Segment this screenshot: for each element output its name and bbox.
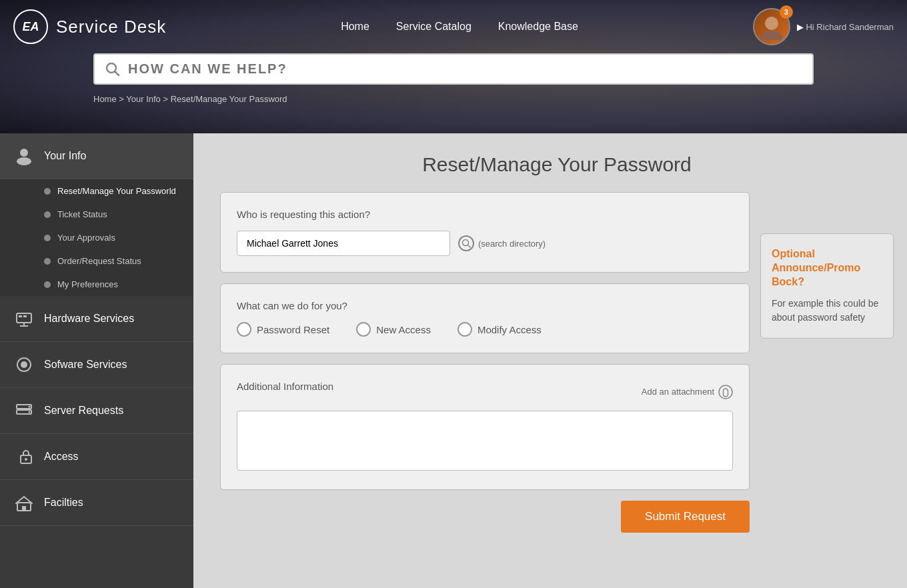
requester-section-title: Who is requesting this action? (237, 209, 733, 220)
additional-info-card: Additional Information Add an attachment (220, 364, 750, 490)
sidebar-item-access-label: Access (44, 451, 79, 463)
notification-badge: 3 (780, 5, 793, 19)
page-title: Reset/Manage Your Password (220, 153, 894, 176)
sub-bullet (44, 211, 51, 218)
sidebar-item-your-info-label: Your Info (44, 150, 86, 162)
software-icon (13, 354, 35, 375)
sidebar: Your Info Reset/Manage Your Passworld Ti… (0, 133, 193, 588)
page-body: Your Info Reset/Manage Your Passworld Ti… (0, 133, 907, 588)
content-area: Who is requesting this action? (search d… (220, 192, 894, 533)
sidebar-sub-item-my-preferences[interactable]: My Preferences (0, 273, 193, 296)
nav-knowledge-base[interactable]: Knowledge Base (498, 21, 578, 33)
svg-point-12 (21, 361, 27, 368)
svg-point-1 (761, 31, 782, 40)
access-icon (13, 446, 35, 467)
sidebar-sub-item-order-request-status[interactable]: Order/Request Status (0, 249, 193, 273)
radio-label-password-reset: Password Reset (257, 324, 329, 335)
svg-line-3 (115, 71, 119, 75)
promo-panel: Optional Announce/Promo Bock? For exampl… (760, 233, 894, 339)
sidebar-item-hardware-services[interactable]: Hardware Services (0, 296, 193, 342)
requester-row: (search directory) (237, 231, 733, 256)
additional-info-title: Additional Information (237, 381, 333, 392)
svg-point-15 (29, 406, 31, 408)
header: EA Service Desk Home Service Catalog Kno… (0, 0, 907, 133)
sub-bullet (44, 235, 51, 241)
svg-line-22 (468, 245, 471, 248)
sidebar-item-server-requests-label: Server Requests (44, 405, 123, 417)
additional-info-header: Additional Information Add an attachment (237, 381, 733, 403)
sidebar-item-your-info[interactable]: Your Info (0, 133, 193, 179)
search-directory-icon (458, 235, 474, 251)
sidebar-item-server-requests[interactable]: Server Requests (0, 388, 193, 434)
radio-circle-modify-access (458, 322, 472, 337)
search-directory-button[interactable]: (search directory) (458, 235, 546, 251)
hardware-icon (13, 308, 35, 329)
user-area[interactable]: 3 ▶ Hi Richard Sanderman (753, 8, 894, 45)
svg-point-0 (765, 17, 778, 30)
svg-rect-6 (17, 313, 31, 323)
facilities-icon (13, 492, 35, 513)
server-icon (13, 400, 35, 421)
user-greeting: ▶ Hi Richard Sanderman (797, 22, 894, 32)
radio-label-modify-access: Modify Access (478, 324, 542, 335)
forms-area: Who is requesting this action? (search d… (220, 192, 750, 533)
svg-rect-8 (23, 315, 27, 317)
nav-service-catalog[interactable]: Service Catalog (396, 21, 472, 33)
search-icon (105, 62, 120, 77)
sidebar-sub-item-reset-password[interactable]: Reset/Manage Your Passworld (0, 179, 193, 203)
requester-input[interactable] (237, 231, 450, 256)
svg-point-4 (20, 149, 28, 157)
breadcrumb-home[interactable]: Home (93, 94, 117, 104)
promo-title: Optional Announce/Promo Bock? (772, 247, 882, 289)
search-input[interactable] (128, 61, 802, 77)
person-icon (13, 145, 35, 167)
ea-logo: EA (13, 9, 48, 44)
breadcrumb-your-info[interactable]: Your Info (126, 94, 161, 104)
additional-info-textarea[interactable] (237, 411, 733, 471)
action-section-title: What can we do for you? (237, 300, 733, 311)
action-card: What can we do for you? Password Reset N… (220, 283, 750, 353)
sub-bullet (44, 258, 51, 265)
sidebar-item-software-services-label: Sofware Services (44, 359, 127, 371)
submit-button[interactable]: Submit Request (621, 501, 750, 533)
radio-option-modify-access[interactable]: Modify Access (458, 322, 542, 337)
sidebar-item-facilities[interactable]: Facilties (0, 480, 193, 526)
svg-rect-20 (22, 506, 26, 511)
svg-point-5 (17, 157, 31, 165)
sidebar-section-your-info: Your Info Reset/Manage Your Passworld Ti… (0, 133, 193, 296)
main-content: Reset/Manage Your Password Who is reques… (193, 133, 907, 588)
radio-group: Password Reset New Access Modify Access (237, 322, 733, 337)
svg-point-18 (25, 458, 27, 461)
radio-option-new-access[interactable]: New Access (356, 322, 431, 337)
requester-card: Who is requesting this action? (search d… (220, 192, 750, 273)
header-content: EA Service Desk Home Service Catalog Kno… (0, 0, 907, 53)
logo-area: EA Service Desk (13, 9, 166, 44)
add-attachment-button[interactable]: Add an attachment (642, 385, 733, 399)
sidebar-item-software-services[interactable]: Sofware Services (0, 342, 193, 388)
breadcrumb: Home > Your Info > Reset/Manage Your Pas… (0, 91, 907, 107)
radio-option-password-reset[interactable]: Password Reset (237, 322, 329, 337)
breadcrumb-current: Reset/Manage Your Password (171, 94, 287, 104)
search-directory-label: (search directory) (478, 239, 546, 249)
svg-rect-7 (19, 315, 22, 317)
sub-bullet (44, 281, 51, 288)
sidebar-sub-item-ticket-status[interactable]: Ticket Status (0, 203, 193, 226)
site-title: Service Desk (56, 17, 166, 37)
sidebar-sub-item-your-approvals[interactable]: Your Approvals (0, 226, 193, 249)
nav-home[interactable]: Home (341, 21, 369, 33)
main-nav: Home Service Catalog Knowledge Base (341, 21, 578, 33)
search-box (93, 53, 814, 85)
promo-body: For example this could be about password… (772, 297, 882, 325)
sidebar-item-hardware-services-label: Hardware Services (44, 313, 134, 325)
sidebar-sub-items-your-info: Reset/Manage Your Passworld Ticket Statu… (0, 179, 193, 296)
attachment-label: Add an attachment (642, 387, 714, 397)
sidebar-item-access[interactable]: Access (0, 434, 193, 480)
search-area (0, 53, 907, 91)
radio-circle-new-access (356, 322, 371, 337)
sidebar-item-facilities-label: Facilties (44, 497, 83, 509)
avatar-wrapper: 3 (753, 8, 790, 45)
attachment-icon (718, 385, 733, 399)
radio-circle-password-reset (237, 322, 251, 337)
radio-label-new-access: New Access (376, 324, 431, 335)
submit-row: Submit Request (220, 501, 750, 533)
